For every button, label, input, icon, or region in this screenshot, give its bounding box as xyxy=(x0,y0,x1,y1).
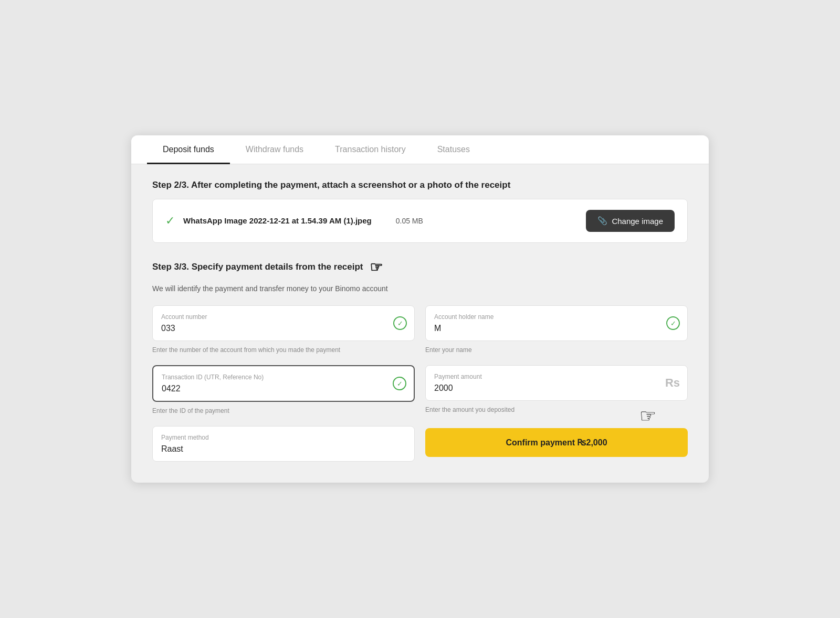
account-holder-label: Account holder name xyxy=(434,313,679,321)
transaction-id-field-wrapper: Transaction ID (UTR, Reference No) 0422 … xyxy=(152,365,415,415)
step3-subtext: We will identify the payment and transfe… xyxy=(152,284,688,293)
account-number-hint: Enter the number of the account from whi… xyxy=(152,345,415,355)
account-number-field[interactable]: Account number 033 ✓ xyxy=(152,305,415,341)
transaction-id-label: Transaction ID (UTR, Reference No) xyxy=(162,374,405,381)
account-number-check: ✓ xyxy=(393,316,407,330)
step2-header: Step 2/3. After completing the payment, … xyxy=(152,180,688,190)
bottom-row: Payment method Raast ☞ Confirm payment ₨… xyxy=(152,426,688,462)
step3-section: Step 3/3. Specify payment details from t… xyxy=(152,259,688,462)
file-check-icon: ✓ xyxy=(165,214,175,228)
account-holder-field[interactable]: Account holder name M ✓ xyxy=(425,305,688,341)
file-name: WhatsApp Image 2022-12-21 at 1.54.39 AM … xyxy=(183,216,372,225)
tab-history[interactable]: Transaction history xyxy=(319,135,422,164)
change-image-button[interactable]: 📎 Change image xyxy=(586,210,675,232)
form-row-2: Transaction ID (UTR, Reference No) 0422 … xyxy=(152,365,688,415)
form-row-1: Account number 033 ✓ Enter the number of… xyxy=(152,305,688,355)
account-number-value: 033 xyxy=(161,324,175,333)
payment-method-label: Payment method xyxy=(161,434,406,441)
account-number-label: Account number xyxy=(161,313,406,321)
payment-method-box: Payment method Raast xyxy=(152,426,415,462)
file-upload-box: ✓ WhatsApp Image 2022-12-21 at 1.54.39 A… xyxy=(152,199,688,243)
payment-amount-label: Payment amount xyxy=(434,373,679,380)
confirm-payment-button[interactable]: Confirm payment ₨2,000 xyxy=(425,428,688,457)
account-holder-hint: Enter your name xyxy=(425,345,688,355)
step3-header: Step 3/3. Specify payment details from t… xyxy=(152,259,688,276)
confirm-wrapper: ☞ Confirm payment ₨2,000 xyxy=(425,426,688,457)
main-content: Step 2/3. After completing the payment, … xyxy=(131,164,709,483)
account-number-field-wrapper: Account number 033 ✓ Enter the number of… xyxy=(152,305,415,355)
account-holder-field-wrapper: Account holder name M ✓ Enter your name xyxy=(425,305,688,355)
account-holder-value: M xyxy=(434,324,441,333)
payment-method-wrapper: Payment method Raast xyxy=(152,426,415,462)
main-card: Deposit funds Withdraw funds Transaction… xyxy=(131,135,709,483)
account-holder-check: ✓ xyxy=(666,316,680,330)
file-info: ✓ WhatsApp Image 2022-12-21 at 1.54.39 A… xyxy=(165,214,423,228)
file-details: WhatsApp Image 2022-12-21 at 1.54.39 AM … xyxy=(183,216,372,226)
payment-amount-value: 2000 xyxy=(434,383,453,392)
payment-amount-field[interactable]: Payment amount 2000 Rs xyxy=(425,365,688,401)
hand-cursor-icon: ☞ xyxy=(370,259,383,276)
step2-section: Step 2/3. After completing the payment, … xyxy=(152,180,688,243)
tab-deposit[interactable]: Deposit funds xyxy=(147,135,230,164)
transaction-id-field[interactable]: Transaction ID (UTR, Reference No) 0422 … xyxy=(152,365,415,402)
transaction-id-hint: Enter the ID of the payment xyxy=(152,406,415,415)
change-image-label: Change image xyxy=(612,217,663,226)
transaction-id-check: ✓ xyxy=(393,377,406,390)
paperclip-icon: 📎 xyxy=(597,216,607,226)
hand-cursor-confirm-icon: ☞ xyxy=(639,405,656,427)
tab-withdraw[interactable]: Withdraw funds xyxy=(230,135,319,164)
tab-bar: Deposit funds Withdraw funds Transaction… xyxy=(131,135,709,164)
file-size: 0.05 MB xyxy=(396,217,423,225)
payment-method-value: Raast xyxy=(161,444,183,453)
tab-statuses[interactable]: Statuses xyxy=(422,135,486,164)
rs-currency-icon: Rs xyxy=(665,376,680,390)
transaction-id-value: 0422 xyxy=(162,384,181,393)
